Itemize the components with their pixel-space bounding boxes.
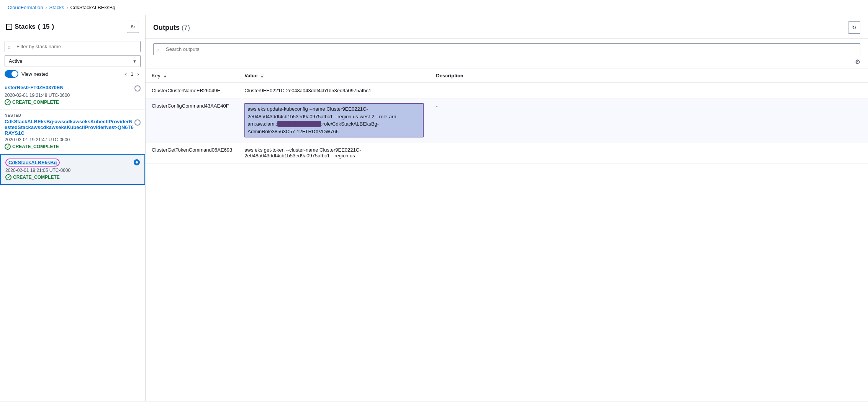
- left-panel-header: Stacks (15) ↻: [0, 15, 145, 37]
- nested-label: NESTED: [5, 113, 141, 118]
- next-page-button[interactable]: ›: [136, 70, 141, 78]
- left-panel: Stacks (15) ↻ ⌕ Active All CREATE_COMPLE…: [0, 15, 146, 401]
- col-value-label: Value: [244, 73, 257, 78]
- stack-timestamp-2: 2020-02-01 19:21:47 UTC-0600: [5, 137, 141, 142]
- output-desc-3: [430, 142, 868, 163]
- output-value-1: Cluster9EE0221C-2e048a043ddf4cb1b53ed9a0…: [238, 83, 430, 98]
- col-key-label: Key: [152, 73, 160, 78]
- stack-list: usterRes0-FT0ZE3370EN 2020-02-01 19:21:4…: [0, 81, 145, 401]
- status-icon-2: ✓: [5, 144, 11, 150]
- stacks-title: Stacks (15): [6, 23, 54, 31]
- stack-status-label-3: CREATE_COMPLETE: [13, 175, 60, 180]
- stacks-collapse-icon: [6, 24, 12, 30]
- output-desc-1: -: [430, 83, 868, 98]
- breadcrumb-sep-2: ›: [67, 5, 68, 10]
- col-desc-label: Description: [436, 73, 463, 78]
- col-header-description[interactable]: Description: [430, 69, 868, 83]
- stack-radio-3[interactable]: [134, 159, 140, 165]
- highlighted-value: aws eks update-kubeconfig --name Cluster…: [244, 103, 424, 137]
- table-row: ClusterClusterNameEB26049E Cluster9EE022…: [146, 83, 868, 98]
- outputs-count: (7): [182, 24, 190, 31]
- output-value-3: aws eks get-token --cluster-name Cluster…: [238, 142, 430, 163]
- stack-item-header-2: CdkStackALBEksBg-awscdkawseksKubectlProv…: [5, 119, 141, 136]
- stack-name-1: usterRes0-FT0ZE3370EN: [5, 85, 64, 90]
- stack-timestamp-1: 2020-02-01 19:21:48 UTC-0600: [5, 93, 141, 98]
- key-sort-icon: ▲: [163, 74, 167, 78]
- filter-select[interactable]: Active All CREATE_COMPLETE ROLLBACK_COMP…: [5, 55, 141, 67]
- outputs-toolbar: ⚙: [146, 55, 868, 69]
- outputs-search-box: ⌕: [153, 43, 860, 55]
- pagination: ‹ 1 ›: [123, 70, 141, 78]
- stack-status-2: ✓ CREATE_COMPLETE: [5, 144, 141, 150]
- stack-radio-2[interactable]: [134, 119, 141, 126]
- view-nested-row: View nested ‹ 1 ›: [5, 70, 141, 78]
- outputs-data-table: Key ▲ Value ▽ Description: [146, 69, 868, 163]
- stack-status-1: ✓ CREATE_COMPLETE: [5, 99, 141, 105]
- stack-status-label-2: CREATE_COMPLETE: [12, 144, 59, 149]
- table-row: ClusterConfigCommand43AAE40F aws eks upd…: [146, 98, 868, 142]
- breadcrumb-cloudformation[interactable]: CloudFormation: [8, 5, 43, 10]
- stacks-refresh-button[interactable]: ↻: [127, 21, 139, 33]
- outputs-settings-button[interactable]: ⚙: [855, 58, 860, 65]
- output-key-1: ClusterClusterNameEB26049E: [146, 83, 238, 98]
- stack-item-header-1: usterRes0-FT0ZE3370EN: [5, 85, 141, 92]
- status-icon-3: ✓: [5, 174, 11, 180]
- stacks-count: (: [38, 23, 40, 31]
- right-panel-header: Outputs (7) ↻: [146, 15, 868, 39]
- stack-timestamp-3: 2020-02-01 19:21:05 UTC-0600: [5, 168, 140, 173]
- view-nested-toggle[interactable]: [5, 70, 18, 78]
- list-item[interactable]: NESTED CdkStackALBEksBg-awscdkawseksKube…: [0, 109, 145, 154]
- outputs-title-row: Outputs (7): [153, 24, 190, 32]
- list-item[interactable]: CdkStackALBEksBg 2020-02-01 19:21:05 UTC…: [0, 154, 145, 185]
- table-row: ClusterGetTokenCommand06AE693 aws eks ge…: [146, 142, 868, 163]
- stack-radio-1[interactable]: [134, 85, 141, 92]
- stack-search-box: ⌕: [5, 41, 141, 52]
- right-panel: Outputs (7) ↻ ⌕ ⚙ Key ▲: [146, 15, 868, 401]
- output-key-3: ClusterGetTokenCommand06AE693: [146, 142, 238, 163]
- truncated-value: aws eks get-token --cluster-name Cluster…: [244, 147, 361, 159]
- stack-name-2: CdkStackALBEksBg-awscdkawseksKubectlProv…: [5, 119, 134, 136]
- redacted-value: ████████████: [277, 121, 321, 127]
- search-icon: ⌕: [8, 44, 11, 49]
- outputs-title: Outputs (7): [153, 24, 190, 31]
- value-sort-icon: ▽: [260, 74, 264, 78]
- status-icon-1: ✓: [5, 99, 11, 105]
- outputs-refresh-button[interactable]: ↻: [848, 21, 860, 34]
- table-header-row: Key ▲ Value ▽ Description: [146, 69, 868, 83]
- view-nested-toggle-row: View nested: [5, 70, 49, 78]
- stack-status-label-1: CREATE_COMPLETE: [12, 100, 59, 105]
- outputs-search-input[interactable]: [153, 43, 860, 55]
- outputs-search-icon: ⌕: [156, 46, 159, 52]
- filter-dropdown: Active All CREATE_COMPLETE ROLLBACK_COMP…: [5, 55, 141, 67]
- stack-item-header-3: CdkStackALBEksBg: [5, 159, 140, 167]
- stack-status-3: ✓ CREATE_COMPLETE: [5, 174, 140, 180]
- col-header-key[interactable]: Key ▲: [146, 69, 238, 83]
- output-key-2: ClusterConfigCommand43AAE40F: [146, 98, 238, 142]
- col-header-value[interactable]: Value ▽: [238, 69, 430, 83]
- view-nested-label: View nested: [21, 71, 49, 77]
- output-desc-2: -: [430, 98, 868, 142]
- stacks-label: Stacks: [15, 23, 36, 31]
- outputs-table: Key ▲ Value ▽ Description: [146, 69, 868, 401]
- stack-name-3: CdkStackALBEksBg: [5, 159, 60, 167]
- breadcrumb-sep-1: ›: [46, 5, 47, 10]
- output-value-2: aws eks update-kubeconfig --name Cluster…: [238, 98, 430, 142]
- stacks-count-close: ): [52, 23, 54, 31]
- stack-filter-input[interactable]: [5, 41, 141, 52]
- breadcrumb-stacks[interactable]: Stacks: [49, 5, 64, 10]
- stacks-count-num: 15: [43, 23, 50, 31]
- main-layout: Stacks (15) ↻ ⌕ Active All CREATE_COMPLE…: [0, 15, 868, 401]
- page-number: 1: [131, 71, 133, 77]
- prev-page-button[interactable]: ‹: [123, 70, 128, 78]
- breadcrumb: CloudFormation › Stacks › CdkStackALBEks…: [0, 0, 868, 15]
- breadcrumb-current: CdkStackALBEksBg: [70, 5, 116, 10]
- list-item[interactable]: usterRes0-FT0ZE3370EN 2020-02-01 19:21:4…: [0, 81, 145, 109]
